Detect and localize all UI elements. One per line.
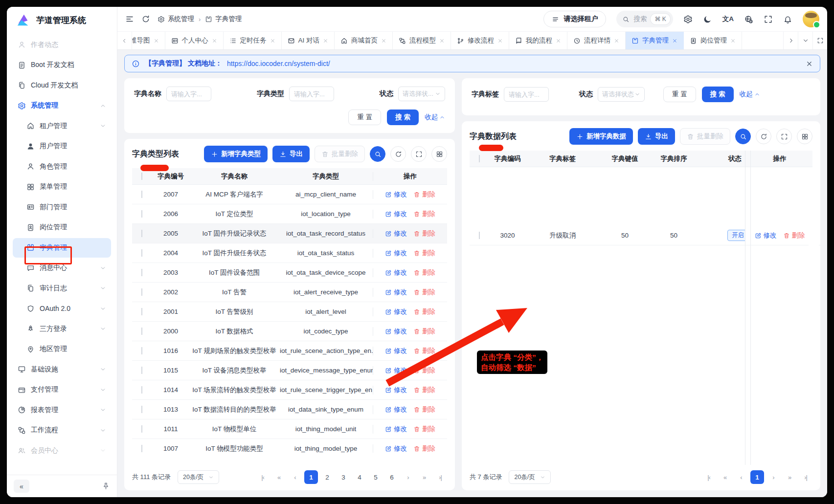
sidebar-item-role[interactable]: 角色管理 — [13, 157, 111, 176]
dict-type-row-2002[interactable]: 2002IoT 告警iot_alert_receive_type修改删除 — [132, 283, 447, 302]
collapse-filters-button[interactable]: 收起 — [425, 113, 445, 122]
edit-row-button[interactable]: 修改 — [385, 327, 407, 336]
dict-type-row-1007[interactable]: 1007IoT 物模型功能类型iot_thing_model_type修改删除 — [132, 439, 447, 453]
timezone-globe-icon[interactable] — [744, 15, 753, 24]
prev-page-button[interactable]: ‹ — [288, 470, 302, 484]
export-button[interactable]: 导出 — [638, 128, 675, 145]
row-checkbox[interactable] — [141, 445, 142, 452]
tab-flow-edit[interactable]: 修改流程 — [451, 32, 509, 49]
search-button[interactable]: 搜 索 — [702, 87, 734, 102]
table-refresh-button[interactable] — [756, 129, 771, 144]
table-search-button[interactable] — [735, 129, 751, 144]
dict-type-row-2003[interactable]: 2003IoT 固件设备范围iot_ota_task_device_scope修… — [132, 263, 447, 283]
tab-flow-model[interactable]: 流程模型 — [393, 32, 451, 49]
sidebar-item-cloud-docs[interactable]: Cloud 开发文档 — [13, 76, 111, 95]
page-button-1[interactable]: 1 — [750, 470, 764, 484]
close-tab-icon[interactable] — [672, 38, 677, 44]
page-button-6[interactable]: 6 — [385, 470, 399, 484]
sidebar-item-area[interactable]: 地区管理 — [13, 339, 111, 359]
sidebar-item-infra[interactable]: 基础设施 — [13, 360, 111, 379]
search-button[interactable]: 搜 索 — [387, 110, 419, 125]
export-button[interactable]: 导出 — [272, 146, 310, 162]
batch-delete-button[interactable]: 批量删除 — [315, 146, 365, 162]
tab-flow-detail[interactable]: 流程详情 — [567, 32, 626, 49]
filter-type-input[interactable] — [289, 87, 334, 101]
select-all-checkbox[interactable] — [479, 155, 480, 162]
breadcrumb-current[interactable]: 字典管理 — [205, 15, 242, 23]
page-button-2[interactable]: 2 — [320, 470, 334, 484]
dict-type-row-2007[interactable]: 2007AI MCP 客户端名字ai_mcp_client_name修改删除 — [132, 185, 447, 204]
sidebar-item-menu[interactable]: 菜单管理 — [13, 177, 111, 197]
prev-pages-button[interactable]: « — [272, 470, 286, 484]
settings-gear-icon[interactable] — [683, 15, 693, 24]
delete-row-button[interactable]: 删除 — [413, 327, 435, 336]
batch-delete-button[interactable]: 批量删除 — [680, 128, 730, 145]
delete-row-button[interactable]: 删除 — [413, 386, 435, 394]
dict-type-row-1014[interactable]: 1014IoT 场景流转的触发类型枚举iot_rule_scene_trigge… — [132, 380, 447, 400]
edit-row-button[interactable]: 修改 — [385, 190, 407, 199]
table-columns-button[interactable] — [797, 129, 812, 144]
reset-button[interactable]: 重 置 — [348, 110, 381, 125]
next-page-button[interactable]: › — [766, 470, 780, 484]
dict-type-row-2006[interactable]: 2006IoT 定位类型iot_location_type修改删除 — [132, 204, 447, 224]
dark-mode-moon-icon[interactable] — [703, 15, 712, 24]
row-checkbox[interactable] — [141, 288, 142, 296]
prev-page-button[interactable]: ‹ — [734, 470, 748, 484]
user-avatar[interactable] — [803, 11, 819, 27]
sidebar-item-user[interactable]: 用户管理 — [13, 136, 111, 156]
tabs-fullscreen-button[interactable] — [812, 32, 827, 49]
table-fullscreen-button[interactable] — [411, 146, 427, 162]
close-tab-icon[interactable] — [730, 38, 736, 44]
filter-name-input[interactable] — [166, 87, 211, 101]
tab-mindmap[interactable]: 维导图 — [132, 32, 165, 49]
row-checkbox[interactable] — [141, 269, 142, 276]
tab-dict[interactable]: 字典管理 — [626, 32, 684, 49]
table-fullscreen-button[interactable] — [776, 129, 792, 144]
tab-mall-home[interactable]: 商城首页 — [335, 32, 393, 49]
next-page-button[interactable]: › — [401, 470, 415, 484]
row-checkbox[interactable] — [141, 191, 142, 198]
tab-cron[interactable]: 定时任务 — [224, 32, 282, 49]
tenant-selector-button[interactable]: 请选择租户 — [543, 11, 606, 27]
edit-row-button[interactable]: 修改 — [385, 307, 407, 316]
edit-row-button[interactable]: 修改 — [385, 288, 407, 297]
notification-bell-icon[interactable] — [783, 15, 792, 24]
dict-type-row-2001[interactable]: 2001IoT 告警级别iot_alert_level修改删除 — [132, 302, 447, 322]
edit-row-button[interactable]: 修改 — [385, 425, 407, 434]
edit-row-button[interactable]: 修改 — [385, 229, 407, 238]
close-tab-icon[interactable] — [381, 38, 386, 44]
table-search-button[interactable] — [370, 146, 385, 162]
tab-profile[interactable]: 个人中心 — [165, 32, 224, 49]
page-button-5[interactable]: 5 — [369, 470, 383, 484]
sidebar-item-tenant[interactable]: 租户管理 — [13, 116, 111, 136]
dict-type-row-1016[interactable]: 1016IoT 规则场景的触发类型枚举iot_rule_scene_action… — [132, 341, 447, 361]
sidebar-collapse-button[interactable]: « — [14, 480, 29, 493]
language-icon[interactable]: 文A — [722, 15, 734, 23]
table-refresh-button[interactable] — [390, 146, 406, 162]
pin-icon[interactable] — [102, 482, 110, 490]
add-dict-data-button[interactable]: 新增字典数据 — [569, 128, 633, 145]
sidebar-item-workflow[interactable]: 工作流程 — [13, 420, 111, 440]
last-page-button[interactable]: ›| — [799, 470, 812, 484]
edit-row-button[interactable]: 修改 — [385, 347, 407, 355]
sidebar-item-dept[interactable]: 部门管理 — [13, 197, 111, 217]
sidebar-item-social[interactable]: 三方登录 — [13, 319, 111, 339]
first-page-button[interactable]: |‹ — [702, 470, 716, 484]
edit-row-button[interactable]: 修改 — [755, 231, 777, 240]
global-search[interactable]: 搜索 ⌘ K — [616, 11, 673, 27]
row-checkbox[interactable] — [141, 347, 142, 354]
delete-row-button[interactable]: 删除 — [413, 268, 435, 277]
close-tab-icon[interactable] — [614, 38, 619, 44]
page-button-1[interactable]: 1 — [304, 470, 318, 484]
fullscreen-icon[interactable] — [764, 15, 773, 24]
close-tab-icon[interactable] — [439, 38, 445, 44]
delete-row-button[interactable]: 删除 — [413, 249, 435, 258]
edit-row-button[interactable]: 修改 — [385, 405, 407, 414]
edit-row-button[interactable]: 修改 — [385, 386, 407, 394]
prev-pages-button[interactable]: « — [718, 470, 732, 484]
row-checkbox[interactable] — [141, 386, 142, 394]
sidebar-item-dict[interactable]: 字典管理 — [13, 238, 111, 258]
dict-type-row-2004[interactable]: 2004IoT 固件升级任务状态iot_ota_task_status修改删除 — [132, 243, 447, 263]
last-page-button[interactable]: ›| — [433, 470, 447, 484]
collapse-filters-button[interactable]: 收起 — [740, 90, 760, 99]
